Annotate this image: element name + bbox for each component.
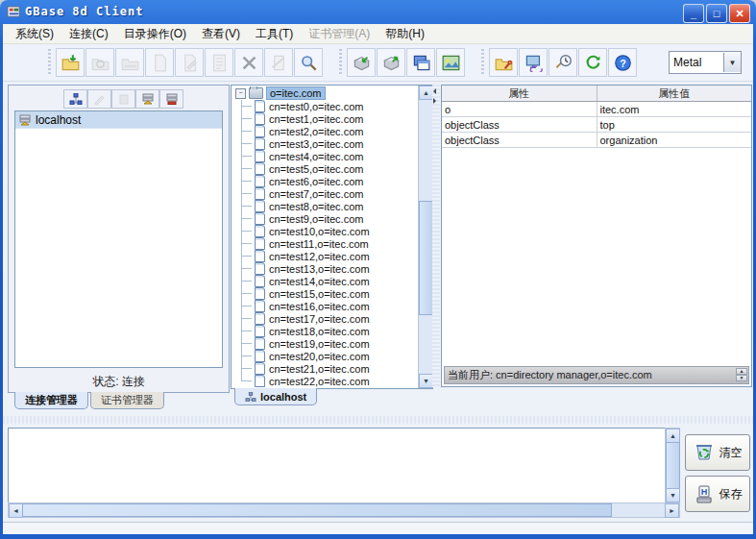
- menu-item[interactable]: 连接(C): [62, 24, 115, 44]
- menu-item[interactable]: 帮助(H): [378, 24, 431, 44]
- scroll-up-icon[interactable]: ▲: [419, 86, 433, 100]
- vertical-splitter[interactable]: [432, 85, 440, 387]
- look-and-feel-select[interactable]: Metal ▼: [669, 51, 742, 74]
- tree-item[interactable]: cn=test6,o=itec.com: [255, 175, 418, 187]
- cascade-windows-button[interactable]: [406, 48, 435, 77]
- scroll-up-icon[interactable]: ▲: [666, 429, 680, 443]
- configure-button[interactable]: [489, 48, 518, 77]
- properties-button[interactable]: [205, 48, 233, 77]
- title-bar[interactable]: GBase 8d Client _ □ ✕: [0, 0, 756, 24]
- log-horizontal-scrollbar[interactable]: ◄ ►: [8, 502, 680, 518]
- edit-entry-button[interactable]: [175, 48, 204, 77]
- tree-item[interactable]: cn=test13,o=itec.com: [255, 262, 418, 275]
- log-output-area[interactable]: [8, 428, 667, 503]
- horizontal-splitter[interactable]: [3, 416, 753, 424]
- export-data-button[interactable]: [377, 48, 405, 77]
- menu-item[interactable]: 工具(T): [249, 24, 300, 44]
- new-connection-button[interactable]: [63, 89, 87, 109]
- collapse-right-icon[interactable]: [433, 98, 436, 104]
- open-connection-button[interactable]: [56, 48, 85, 77]
- scrollbar-thumb[interactable]: [419, 201, 433, 315]
- tree-item[interactable]: cn=test17,o=itec.com: [255, 312, 418, 325]
- import-data-button[interactable]: [347, 48, 376, 77]
- search-icon: [300, 54, 318, 72]
- document-icon: [255, 275, 265, 287]
- new-entry-button[interactable]: [145, 48, 174, 77]
- connect-server-button[interactable]: [135, 89, 159, 109]
- tree-item[interactable]: cn=test15,o=itec.com: [255, 287, 418, 300]
- menu-item[interactable]: 证书管理(A): [302, 24, 377, 44]
- tree-item[interactable]: cn=test19,o=itec.com: [255, 337, 418, 350]
- tree-item[interactable]: cn=test20,o=itec.com: [255, 350, 418, 362]
- tab-localhost[interactable]: localhost: [234, 388, 317, 405]
- delete-connection-button[interactable]: [111, 89, 135, 109]
- tree-item[interactable]: cn=test18,o=itec.com: [255, 325, 418, 337]
- refresh-button[interactable]: [578, 48, 607, 77]
- close-connection-button[interactable]: [115, 48, 144, 77]
- connection-item[interactable]: localhost: [15, 111, 222, 129]
- close-button[interactable]: ✕: [729, 4, 750, 23]
- tree-item[interactable]: cn=test0,o=itec.com: [255, 100, 418, 112]
- tree-root[interactable]: − o=itec.com: [233, 86, 418, 100]
- table-row[interactable]: objectClass organization: [442, 133, 751, 148]
- menu-item[interactable]: 查看(V): [195, 24, 247, 44]
- spinner-up-icon[interactable]: ▲: [736, 368, 747, 375]
- scroll-right-icon[interactable]: ►: [665, 503, 679, 518]
- minimize-button[interactable]: _: [683, 4, 704, 23]
- scroll-down-icon[interactable]: ▼: [666, 488, 680, 502]
- edit-connection-button[interactable]: [87, 89, 111, 109]
- tree-item[interactable]: cn=test2,o=itec.com: [255, 125, 418, 137]
- menu-item[interactable]: 目录操作(O): [117, 24, 193, 44]
- column-header-attribute[interactable]: 属性: [442, 86, 597, 101]
- refresh-connection-button[interactable]: [85, 48, 114, 77]
- log-vertical-scrollbar[interactable]: ▲ ▼: [665, 428, 680, 503]
- scrollbar-thumb[interactable]: [22, 503, 612, 517]
- tab-certificate-manager[interactable]: 证书管理器: [90, 392, 164, 409]
- save-button[interactable]: H 保存: [685, 476, 750, 512]
- user-bar-spinner[interactable]: ▲ ▼: [736, 368, 747, 380]
- tree-item[interactable]: cn=test1,o=itec.com: [255, 112, 418, 125]
- tree-item[interactable]: cn=test10,o=itec.com: [255, 225, 418, 237]
- search-button[interactable]: [294, 48, 323, 77]
- toolbar-grip[interactable]: [337, 49, 344, 76]
- tree-item[interactable]: cn=test22,o=itec.com: [255, 375, 418, 387]
- spinner-down-icon[interactable]: ▼: [736, 375, 747, 381]
- disconnect-server-button[interactable]: [159, 89, 183, 109]
- table-row[interactable]: o itec.com: [442, 102, 751, 117]
- scroll-down-icon[interactable]: ▼: [419, 374, 433, 388]
- column-header-value[interactable]: 属性值: [597, 86, 752, 101]
- network-computer-button[interactable]: [519, 48, 548, 77]
- tab-connection-manager[interactable]: 连接管理器: [14, 392, 88, 409]
- table-row[interactable]: objectClass top: [442, 117, 751, 133]
- tree-item[interactable]: cn=test11,o=itec.com: [255, 237, 418, 250]
- tree-vertical-scrollbar[interactable]: ▲ ▼: [418, 86, 432, 388]
- tree-item[interactable]: cn=test3,o=itec.com: [255, 137, 418, 150]
- connection-manager-panel: localhost 状态: 连接: [8, 85, 230, 393]
- chevron-down-icon[interactable]: ▼: [723, 53, 741, 72]
- rename-entry-button[interactable]: [264, 48, 293, 77]
- tree-item[interactable]: cn=test7,o=itec.com: [255, 187, 418, 200]
- maximize-button[interactable]: □: [706, 4, 727, 23]
- tree-item[interactable]: cn=test21,o=itec.com: [255, 362, 418, 375]
- collapse-left-icon[interactable]: [433, 88, 436, 94]
- menu-item[interactable]: 系统(S): [9, 24, 61, 44]
- help-button[interactable]: ?: [608, 48, 637, 77]
- scroll-left-icon[interactable]: ◄: [9, 503, 23, 518]
- toolbar-grip[interactable]: [46, 49, 53, 76]
- expand-handle-icon[interactable]: −: [235, 88, 246, 99]
- delete-entry-button[interactable]: [234, 48, 263, 77]
- tree-item[interactable]: cn=test16,o=itec.com: [255, 300, 418, 312]
- scrollbar-thumb[interactable]: [666, 442, 680, 489]
- tree-item[interactable]: cn=test14,o=itec.com: [255, 275, 418, 287]
- schedule-button[interactable]: [549, 48, 577, 77]
- clear-button[interactable]: 清空: [685, 434, 750, 471]
- tree-item[interactable]: cn=test4,o=itec.com: [255, 150, 418, 162]
- toolbar-grip[interactable]: [479, 49, 486, 76]
- tree-item[interactable]: cn=test12,o=itec.com: [255, 250, 418, 262]
- document-icon: [255, 225, 265, 237]
- snapshot-button[interactable]: [436, 48, 465, 77]
- document-icon: [255, 337, 265, 350]
- tree-item[interactable]: cn=test5,o=itec.com: [255, 162, 418, 175]
- tree-item[interactable]: cn=test8,o=itec.com: [255, 200, 418, 212]
- tree-item[interactable]: cn=test9,o=itec.com: [255, 212, 418, 225]
